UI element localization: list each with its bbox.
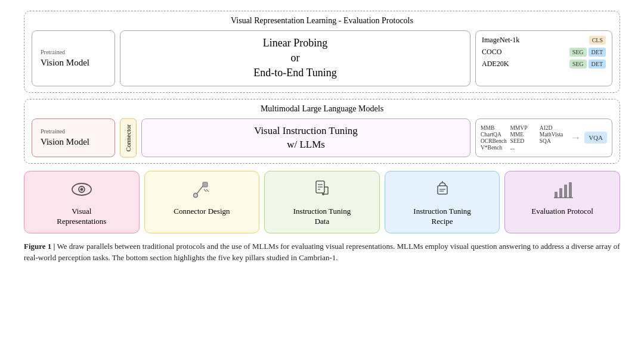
linear-probe-box: Linear Probing or End-to-End Tuning (120, 30, 470, 86)
mllm-section: Multimodal Large Language Models Pretrai… (24, 99, 620, 164)
svg-rect-22 (564, 185, 567, 198)
linear-probe-line1: Linear Probing (263, 37, 327, 49)
vqa-badge: VQA (584, 132, 607, 144)
instruction-recipe-icon (432, 179, 453, 203)
pillar-connector-design-label: Connector Design (174, 207, 230, 217)
vqa-benchmarks: MMB MMVP AI2D ChartQA MME MathVista OCRB… (481, 125, 566, 151)
vit-line2: w/ LLMs (287, 139, 325, 150)
linear-probe-line3: End-to-End Tuning (253, 67, 337, 79)
bench-mmb: MMB (481, 125, 507, 131)
caption-prefix: Figure 1 | (24, 242, 55, 251)
bench-vbench: V*Bench (481, 145, 507, 151)
evaluation-protocol-icon (552, 179, 573, 203)
eval-box: ImageNet-1k CLS COCO SEG DET ADE20K SEG … (475, 30, 612, 86)
bench-mme: MME (510, 132, 537, 138)
eval-coco-badges: SEG DET (569, 48, 606, 57)
figure-caption: Figure 1 | We draw parallels between tra… (24, 241, 620, 264)
top-section-row: Pretrained Vision Model Linear Probing o… (32, 30, 612, 86)
caption-text: We draw parallels between traditional pr… (24, 242, 620, 263)
arrow-right-icon: → (570, 132, 581, 144)
pillar-visual-representations: VisualRepresentations (24, 171, 140, 233)
eval-imagenet-badges: CLS (589, 36, 606, 45)
top-vision-model-label: Vision Model (41, 58, 106, 68)
svg-rect-4 (203, 182, 208, 187)
svg-rect-20 (555, 192, 558, 198)
pillar-connector-design: Connector Design (144, 171, 260, 233)
instruction-tuning-data-icon (311, 179, 333, 203)
svg-point-15 (322, 193, 324, 195)
pillar-instruction-tuning-data: Instruction TuningData (264, 171, 380, 233)
pillar-visual-representations-label: VisualRepresentations (57, 207, 106, 227)
eval-coco-label: COCO (482, 48, 569, 57)
svg-point-2 (80, 188, 83, 191)
badge-seg-coco: SEG (569, 48, 587, 57)
bench-seed: SEED (510, 138, 537, 144)
svg-rect-16 (438, 186, 447, 194)
vit-text: Visual Instruction Tuning w/ LLMs (254, 124, 358, 152)
eval-ade20k-label: ADE20K (482, 60, 569, 68)
svg-rect-23 (569, 182, 572, 198)
eval-ade20k-badges: SEG DET (569, 60, 606, 68)
eval-row-ade20k: ADE20K SEG DET (482, 60, 606, 68)
eval-row-coco: COCO SEG DET (482, 48, 606, 57)
mllm-vision-model-label: Vision Model (41, 137, 106, 147)
badge-det-ade: DET (589, 60, 606, 68)
mllm-section-title: Multimodal Large Language Models (32, 104, 612, 114)
mllm-section-row: Pretrained Vision Model Connector Visual… (32, 118, 612, 158)
connector-box: Connector (120, 118, 137, 158)
bench-chartqa: ChartQA (481, 132, 507, 138)
eye-icon (71, 179, 92, 203)
connector-design-icon (191, 179, 212, 203)
top-pretrained-label: Pretrained (41, 49, 106, 55)
eval-row-imagenet: ImageNet-1k CLS (482, 36, 606, 45)
bench-ocrbench: OCRBench (481, 138, 507, 144)
top-section: Visual Representation Learning - Evaluat… (24, 11, 620, 93)
svg-rect-21 (559, 188, 562, 198)
linear-probe-line2: or (291, 52, 300, 64)
linear-probe-text: Linear Probing or End-to-End Tuning (253, 36, 337, 81)
bench-sqa: SQA (540, 138, 566, 144)
badge-cls: CLS (589, 36, 606, 45)
pillar-evaluation-protocol-label: Evaluation Protocol (531, 207, 593, 217)
pillar-instruction-tuning-data-label: Instruction TuningData (293, 207, 351, 227)
pillars-row: VisualRepresentations Connector Design (24, 171, 620, 233)
bench-ai2d: AI2D (540, 125, 566, 131)
svg-line-6 (206, 189, 209, 192)
top-vision-model-box: Pretrained Vision Model (32, 30, 115, 86)
bench-mathvista: MathVista (540, 132, 566, 138)
connector-label: Connector (125, 124, 132, 151)
vit-line1: Visual Instruction Tuning (254, 125, 358, 136)
bench-mmvp: MMVP (510, 125, 537, 131)
pillar-evaluation-protocol: Evaluation Protocol (504, 171, 620, 233)
eval-imagenet-label: ImageNet-1k (482, 36, 589, 45)
pillar-instruction-tuning-recipe-label: Instruction TuningRecipe (413, 207, 470, 227)
vit-box: Visual Instruction Tuning w/ LLMs (141, 118, 470, 158)
pillar-instruction-tuning-recipe: Instruction TuningRecipe (385, 171, 500, 233)
vqa-box: MMB MMVP AI2D ChartQA MME MathVista OCRB… (475, 118, 612, 158)
bench-dots: ... (510, 145, 537, 151)
mllm-pretrained-label: Pretrained (41, 128, 106, 135)
top-section-title: Visual Representation Learning - Evaluat… (32, 16, 612, 26)
badge-seg-ade: SEG (569, 60, 587, 68)
mllm-vision-model-box: Pretrained Vision Model (32, 118, 115, 158)
badge-det-coco: DET (589, 48, 606, 57)
svg-line-7 (204, 189, 206, 192)
bench-empty (540, 145, 566, 151)
svg-point-5 (194, 194, 198, 198)
